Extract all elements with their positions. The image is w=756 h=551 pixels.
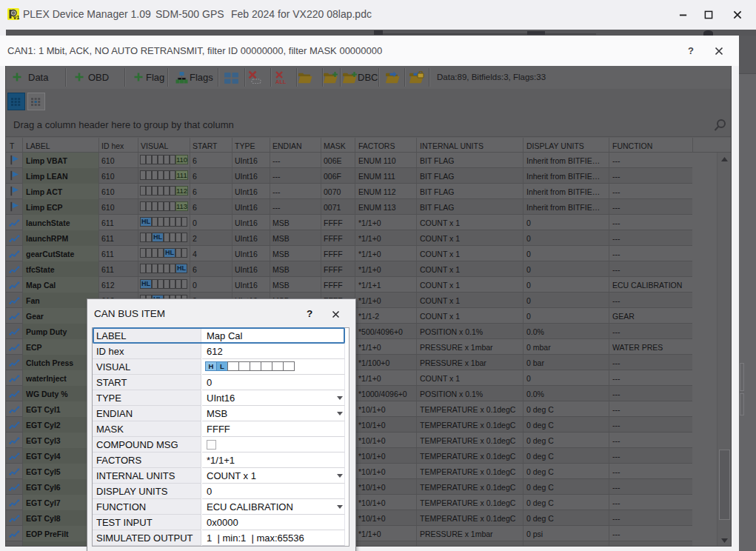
- svg-text:v1: v1: [13, 14, 19, 21]
- svg-text:ALL: ALL: [275, 79, 287, 84]
